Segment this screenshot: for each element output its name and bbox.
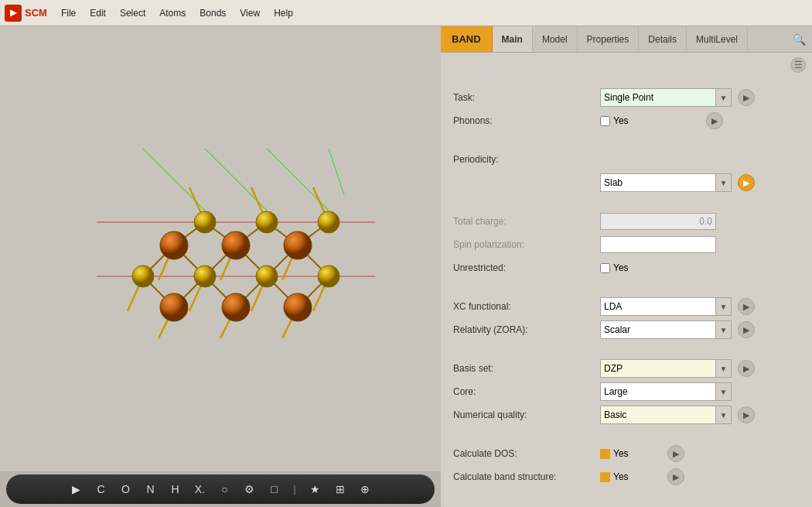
periodicity-nav-arrow[interactable]: ▶ — [738, 174, 755, 191]
toolbar-nitrogen[interactable]: N — [142, 481, 159, 498]
periodicity-row: Periodicity: — [453, 149, 804, 170]
toolbar-hydrogen[interactable]: H — [166, 481, 183, 498]
relativity-dropdown[interactable]: Scalar — [600, 320, 716, 339]
basis-dropdown-arrow[interactable]: ▼ — [716, 359, 732, 378]
calc-band-nav-arrow[interactable]: ▶ — [667, 468, 684, 485]
tab-multilevel[interactable]: MultiLevel — [687, 26, 748, 52]
calc-dos-yes-label: Yes — [613, 448, 629, 459]
toolbar-carbon[interactable]: C — [92, 481, 109, 498]
calc-band-row: Calculate band structure: Yes ▶ — [453, 466, 804, 488]
xc-label: XC functional: — [453, 301, 600, 312]
svg-line-5 — [329, 149, 344, 195]
svg-point-36 — [194, 211, 216, 233]
content-area: Task: Single Point ▼ ▶ Phonons: — [441, 76, 812, 507]
task-nav-arrow[interactable]: ▶ — [738, 89, 755, 106]
menu-select[interactable]: Select — [114, 5, 152, 22]
basis-control: DZP ▼ ▶ — [600, 359, 804, 378]
relativity-dropdown-arrow[interactable]: ▼ — [716, 320, 732, 339]
xc-control: LDA ▼ ▶ — [600, 297, 804, 316]
tab-main[interactable]: Main — [493, 26, 533, 52]
relativity-control: Scalar ▼ ▶ — [600, 320, 804, 339]
unrestricted-control: Yes — [600, 262, 804, 273]
tab-bar: BAND Main Model Properties Details Multi… — [441, 26, 812, 53]
svg-point-41 — [256, 265, 278, 287]
toolbar-grid[interactable]: ⊞ — [332, 481, 349, 498]
search-icon[interactable]: 🔍 — [786, 26, 812, 52]
basis-row: Basis set: DZP ▼ ▶ — [453, 358, 804, 379]
numerical-dropdown-arrow[interactable]: ▼ — [716, 406, 732, 424]
menu-file[interactable]: File — [55, 5, 82, 22]
tab-model[interactable]: Model — [533, 26, 578, 52]
spin-pol-input[interactable] — [600, 236, 716, 253]
core-dropdown-arrow[interactable]: ▼ — [716, 382, 732, 401]
task-row: Task: Single Point ▼ ▶ — [453, 87, 804, 108]
unrestricted-checkbox-wrap: Yes — [600, 262, 629, 273]
core-dropdown[interactable]: Large — [600, 382, 716, 401]
phonons-checkbox[interactable] — [600, 116, 610, 126]
basis-nav-arrow[interactable]: ▶ — [738, 360, 755, 377]
spin-pol-label: Spin polarization: — [453, 239, 600, 250]
tab-band[interactable]: BAND — [441, 26, 493, 52]
toolbar-rect[interactable]: □ — [265, 481, 282, 498]
numerical-nav-arrow[interactable]: ▶ — [738, 406, 755, 423]
periodicity-dropdown-arrow[interactable]: ▼ — [716, 173, 732, 192]
toolbar-other[interactable]: X. — [191, 481, 208, 498]
numerical-dropdown[interactable]: Basic — [600, 406, 716, 424]
phonons-checkbox-wrap: Yes — [600, 115, 629, 126]
toolbar-circle[interactable]: ○ — [216, 481, 233, 498]
periodicity-dropdown-area: Slab ▼ ▶ — [600, 173, 804, 192]
svg-point-37 — [256, 211, 278, 233]
calc-dos-row: Calculate DOS: Yes ▶ — [453, 443, 804, 464]
svg-point-44 — [222, 231, 250, 259]
calc-dos-nav-arrow[interactable]: ▶ — [667, 445, 684, 462]
tab-properties[interactable]: Properties — [578, 26, 640, 52]
svg-point-42 — [318, 265, 339, 287]
molecule-viewer[interactable] — [0, 26, 441, 471]
bottom-toolbar: ▶ C O N H X. ○ ⚙ □ | ★ ⊞ ⊕ — [6, 474, 435, 504]
settings-icon[interactable]: ☰ — [790, 57, 806, 73]
calc-dos-control: Yes ▶ — [600, 445, 804, 462]
menu-edit[interactable]: Edit — [84, 5, 112, 22]
svg-point-38 — [318, 211, 339, 233]
menu-bar: ▶ SCM File Edit Select Atoms Bonds View … — [0, 0, 812, 26]
total-charge-input[interactable] — [600, 213, 716, 230]
unrestricted-row: Unrestricted: Yes — [453, 257, 804, 279]
spin-pol-row: Spin polarization: — [453, 234, 804, 255]
total-charge-control — [600, 213, 804, 230]
tab-spacer — [748, 26, 786, 52]
svg-point-39 — [132, 265, 154, 287]
numerical-label: Numerical quality: — [453, 409, 600, 420]
calc-band-control: Yes ▶ — [600, 468, 804, 485]
xc-dropdown-arrow[interactable]: ▼ — [716, 297, 732, 316]
calc-dos-checkbox-colored — [600, 449, 610, 459]
menu-help[interactable]: Help — [268, 5, 299, 22]
xc-dropdown[interactable]: LDA — [600, 297, 716, 316]
periodicity-dropdown[interactable]: Slab — [600, 173, 716, 192]
toolbar-plus[interactable]: ⊕ — [357, 481, 374, 498]
toolbar-gear[interactable]: ⚙ — [241, 481, 258, 498]
molecule-svg — [50, 102, 391, 396]
phonons-control: Yes ▶ — [600, 112, 804, 129]
relativity-nav-arrow[interactable]: ▶ — [738, 321, 755, 338]
basis-dropdown[interactable]: DZP — [600, 359, 716, 378]
unrestricted-checkbox[interactable] — [600, 263, 610, 273]
numerical-row: Numerical quality: Basic ▼ ▶ — [453, 404, 804, 426]
tab-details[interactable]: Details — [639, 26, 687, 52]
toolbar-star[interactable]: ★ — [307, 481, 324, 498]
unrestricted-label: Unrestricted: — [453, 262, 600, 273]
scm-logo-text: SCM — [25, 7, 47, 19]
phonons-nav-arrow[interactable]: ▶ — [706, 112, 723, 129]
menu-atoms[interactable]: Atoms — [153, 5, 192, 22]
task-dropdown[interactable]: Single Point — [600, 88, 716, 107]
scm-logo: ▶ SCM — [5, 5, 47, 22]
toolbar-oxygen[interactable]: O — [117, 481, 134, 498]
menu-bonds[interactable]: Bonds — [193, 5, 232, 22]
core-label: Core: — [453, 386, 600, 397]
left-panel: ▶ C O N H X. ○ ⚙ □ | ★ ⊞ ⊕ — [0, 26, 441, 507]
basis-section: Basis set: DZP ▼ ▶ Core: Large — [441, 355, 812, 430]
menu-view[interactable]: View — [234, 5, 266, 22]
toolbar-cursor[interactable]: ▶ — [67, 481, 84, 498]
task-dropdown-arrow[interactable]: ▼ — [716, 88, 732, 107]
calc-band-label: Calculate band structure: — [453, 471, 600, 482]
xc-nav-arrow[interactable]: ▶ — [738, 298, 755, 315]
